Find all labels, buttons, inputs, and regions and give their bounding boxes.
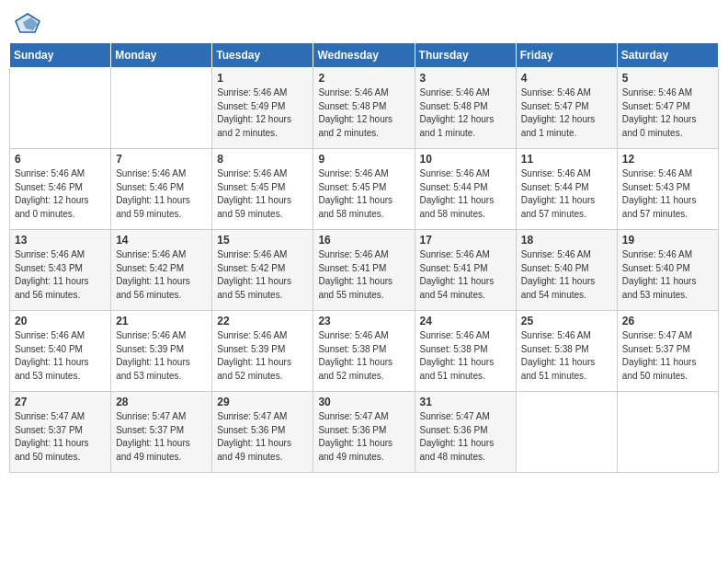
calendar-cell: 5Sunrise: 5:46 AM Sunset: 5:47 PM Daylig… (617, 68, 718, 149)
calendar-cell (617, 392, 718, 473)
day-number: 17 (420, 234, 511, 247)
day-number: 13 (15, 234, 106, 247)
calendar-cell: 4Sunrise: 5:46 AM Sunset: 5:47 PM Daylig… (516, 68, 617, 149)
day-number: 25 (521, 315, 612, 327)
day-number: 3 (420, 72, 511, 85)
calendar-cell: 24Sunrise: 5:46 AM Sunset: 5:38 PM Dayli… (415, 311, 516, 392)
calendar-cell: 19Sunrise: 5:46 AM Sunset: 5:40 PM Dayli… (617, 230, 718, 311)
day-info: Sunrise: 5:46 AM Sunset: 5:42 PM Dayligh… (217, 248, 308, 302)
day-info: Sunrise: 5:47 AM Sunset: 5:37 PM Dayligh… (15, 410, 106, 464)
calendar-cell: 23Sunrise: 5:46 AM Sunset: 5:38 PM Dayli… (313, 311, 415, 392)
calendar-cell: 1Sunrise: 5:46 AM Sunset: 5:49 PM Daylig… (212, 68, 313, 149)
calendar-cell: 17Sunrise: 5:46 AM Sunset: 5:41 PM Dayli… (415, 230, 516, 311)
day-info: Sunrise: 5:46 AM Sunset: 5:38 PM Dayligh… (521, 329, 612, 383)
day-info: Sunrise: 5:47 AM Sunset: 5:36 PM Dayligh… (420, 410, 511, 464)
day-info: Sunrise: 5:47 AM Sunset: 5:36 PM Dayligh… (217, 410, 308, 464)
day-number: 6 (15, 153, 106, 166)
calendar-cell: 29Sunrise: 5:47 AM Sunset: 5:36 PM Dayli… (212, 392, 313, 473)
week-row: 13Sunrise: 5:46 AM Sunset: 5:43 PM Dayli… (10, 230, 719, 311)
day-info: Sunrise: 5:47 AM Sunset: 5:36 PM Dayligh… (318, 410, 409, 464)
calendar-cell: 30Sunrise: 5:47 AM Sunset: 5:36 PM Dayli… (313, 392, 415, 473)
day-info: Sunrise: 5:46 AM Sunset: 5:48 PM Dayligh… (318, 86, 409, 140)
week-row: 1Sunrise: 5:46 AM Sunset: 5:49 PM Daylig… (10, 68, 719, 149)
calendar-cell: 20Sunrise: 5:46 AM Sunset: 5:40 PM Dayli… (10, 311, 111, 392)
day-info: Sunrise: 5:46 AM Sunset: 5:42 PM Dayligh… (116, 248, 207, 302)
column-header-saturday: Saturday (617, 43, 718, 68)
day-number: 15 (217, 234, 308, 247)
day-info: Sunrise: 5:46 AM Sunset: 5:45 PM Dayligh… (217, 167, 308, 221)
column-header-thursday: Thursday (415, 43, 516, 68)
day-info: Sunrise: 5:46 AM Sunset: 5:40 PM Dayligh… (521, 248, 612, 302)
logo-icon (15, 13, 40, 33)
day-info: Sunrise: 5:46 AM Sunset: 5:38 PM Dayligh… (420, 329, 511, 383)
day-info: Sunrise: 5:47 AM Sunset: 5:37 PM Dayligh… (116, 410, 207, 464)
day-info: Sunrise: 5:46 AM Sunset: 5:44 PM Dayligh… (521, 167, 612, 221)
calendar-cell: 2Sunrise: 5:46 AM Sunset: 5:48 PM Daylig… (313, 68, 415, 149)
week-row: 6Sunrise: 5:46 AM Sunset: 5:46 PM Daylig… (10, 149, 719, 230)
calendar-cell: 28Sunrise: 5:47 AM Sunset: 5:37 PM Dayli… (111, 392, 212, 473)
day-number: 28 (116, 396, 207, 408)
column-header-sunday: Sunday (10, 43, 111, 68)
day-number: 27 (15, 396, 106, 408)
column-header-wednesday: Wednesday (313, 43, 415, 68)
calendar-cell: 16Sunrise: 5:46 AM Sunset: 5:41 PM Dayli… (313, 230, 415, 311)
calendar-cell: 21Sunrise: 5:46 AM Sunset: 5:39 PM Dayli… (111, 311, 212, 392)
calendar-cell: 22Sunrise: 5:46 AM Sunset: 5:39 PM Dayli… (212, 311, 313, 392)
day-number: 1 (217, 72, 308, 85)
day-number: 16 (318, 234, 409, 247)
calendar-body: 1Sunrise: 5:46 AM Sunset: 5:49 PM Daylig… (10, 68, 719, 473)
day-number: 7 (116, 153, 207, 166)
calendar-cell: 6Sunrise: 5:46 AM Sunset: 5:46 PM Daylig… (10, 149, 111, 230)
day-number: 10 (420, 153, 511, 166)
calendar-cell: 12Sunrise: 5:46 AM Sunset: 5:43 PM Dayli… (617, 149, 718, 230)
calendar-cell: 15Sunrise: 5:46 AM Sunset: 5:42 PM Dayli… (212, 230, 313, 311)
calendar-cell: 13Sunrise: 5:46 AM Sunset: 5:43 PM Dayli… (10, 230, 111, 311)
day-info: Sunrise: 5:46 AM Sunset: 5:46 PM Dayligh… (116, 167, 207, 221)
day-info: Sunrise: 5:46 AM Sunset: 5:40 PM Dayligh… (622, 248, 713, 302)
calendar-cell (111, 68, 212, 149)
day-info: Sunrise: 5:47 AM Sunset: 5:37 PM Dayligh… (622, 329, 713, 383)
calendar-header: SundayMondayTuesdayWednesdayThursdayFrid… (10, 43, 719, 68)
day-number: 2 (318, 72, 409, 85)
day-info: Sunrise: 5:46 AM Sunset: 5:44 PM Dayligh… (420, 167, 511, 221)
day-number: 21 (116, 315, 207, 327)
day-number: 24 (420, 315, 511, 327)
calendar-cell: 14Sunrise: 5:46 AM Sunset: 5:42 PM Dayli… (111, 230, 212, 311)
day-info: Sunrise: 5:46 AM Sunset: 5:49 PM Dayligh… (217, 86, 308, 140)
column-header-monday: Monday (111, 43, 212, 68)
day-info: Sunrise: 5:46 AM Sunset: 5:46 PM Dayligh… (15, 167, 106, 221)
day-number: 11 (521, 153, 612, 166)
day-number: 18 (521, 234, 612, 247)
day-info: Sunrise: 5:46 AM Sunset: 5:48 PM Dayligh… (420, 86, 511, 140)
day-number: 9 (318, 153, 409, 166)
week-row: 27Sunrise: 5:47 AM Sunset: 5:37 PM Dayli… (10, 392, 719, 473)
day-info: Sunrise: 5:46 AM Sunset: 5:45 PM Dayligh… (318, 167, 409, 221)
day-info: Sunrise: 5:46 AM Sunset: 5:39 PM Dayligh… (116, 329, 207, 383)
logo (15, 13, 44, 33)
day-number: 20 (15, 315, 106, 327)
column-header-tuesday: Tuesday (212, 43, 313, 68)
day-info: Sunrise: 5:46 AM Sunset: 5:40 PM Dayligh… (15, 329, 106, 383)
day-info: Sunrise: 5:46 AM Sunset: 5:41 PM Dayligh… (420, 248, 511, 302)
day-number: 31 (420, 396, 511, 408)
day-info: Sunrise: 5:46 AM Sunset: 5:47 PM Dayligh… (521, 86, 612, 140)
calendar-cell: 3Sunrise: 5:46 AM Sunset: 5:48 PM Daylig… (415, 68, 516, 149)
calendar-cell: 8Sunrise: 5:46 AM Sunset: 5:45 PM Daylig… (212, 149, 313, 230)
calendar-cell: 7Sunrise: 5:46 AM Sunset: 5:46 PM Daylig… (111, 149, 212, 230)
calendar-cell: 26Sunrise: 5:47 AM Sunset: 5:37 PM Dayli… (617, 311, 718, 392)
calendar-cell: 9Sunrise: 5:46 AM Sunset: 5:45 PM Daylig… (313, 149, 415, 230)
calendar-cell: 27Sunrise: 5:47 AM Sunset: 5:37 PM Dayli… (10, 392, 111, 473)
calendar-cell: 25Sunrise: 5:46 AM Sunset: 5:38 PM Dayli… (516, 311, 617, 392)
day-number: 4 (521, 72, 612, 85)
week-row: 20Sunrise: 5:46 AM Sunset: 5:40 PM Dayli… (10, 311, 719, 392)
calendar-cell: 18Sunrise: 5:46 AM Sunset: 5:40 PM Dayli… (516, 230, 617, 311)
day-info: Sunrise: 5:46 AM Sunset: 5:47 PM Dayligh… (622, 86, 713, 140)
column-header-friday: Friday (516, 43, 617, 68)
day-number: 29 (217, 396, 308, 408)
header-row: SundayMondayTuesdayWednesdayThursdayFrid… (10, 43, 719, 68)
calendar-cell (10, 68, 111, 149)
day-info: Sunrise: 5:46 AM Sunset: 5:41 PM Dayligh… (318, 248, 409, 302)
calendar-cell (516, 392, 617, 473)
calendar-cell: 10Sunrise: 5:46 AM Sunset: 5:44 PM Dayli… (415, 149, 516, 230)
day-number: 19 (622, 234, 713, 247)
